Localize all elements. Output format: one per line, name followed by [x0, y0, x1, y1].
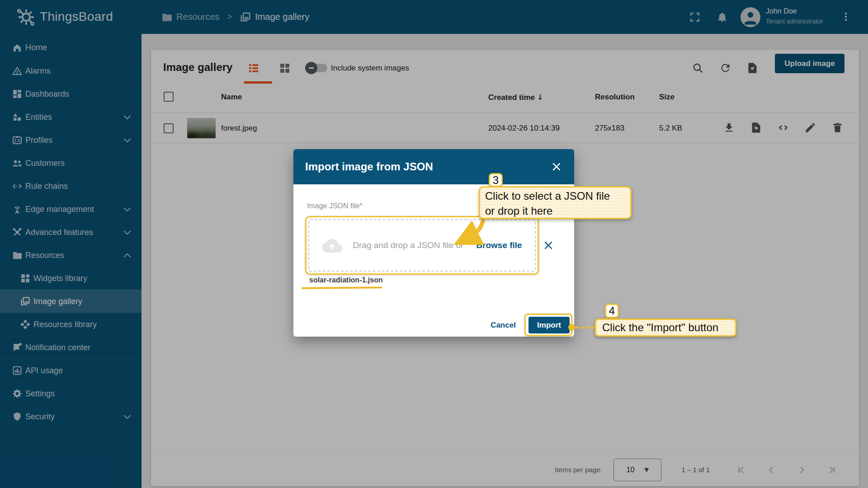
tooltip-line: or drop it here: [485, 203, 630, 218]
tooltip-step-4: Click the "Import" button: [595, 319, 736, 337]
tooltip-line: Click to select a JSON file: [485, 188, 630, 203]
selected-file-name: solar-radiation-1.json: [309, 276, 383, 284]
dialog-header: Import image from JSON: [293, 149, 574, 184]
step-badge-4: 4: [605, 304, 619, 318]
clear-file-icon[interactable]: [542, 239, 554, 251]
file-field-label: Image JSON file*: [307, 202, 363, 210]
cancel-button[interactable]: Cancel: [489, 317, 517, 333]
dropzone-highlight-ring: [305, 216, 539, 275]
step-badge-3: 3: [489, 173, 503, 187]
dialog-title: Import image from JSON: [305, 160, 551, 173]
connector-dot: [568, 324, 575, 331]
close-icon[interactable]: [551, 161, 562, 173]
tooltip-step-3: Click to select a JSON file or drop it h…: [479, 186, 632, 219]
import-button-highlight-ring: [524, 314, 572, 336]
connector-dashed-line: [575, 327, 595, 328]
